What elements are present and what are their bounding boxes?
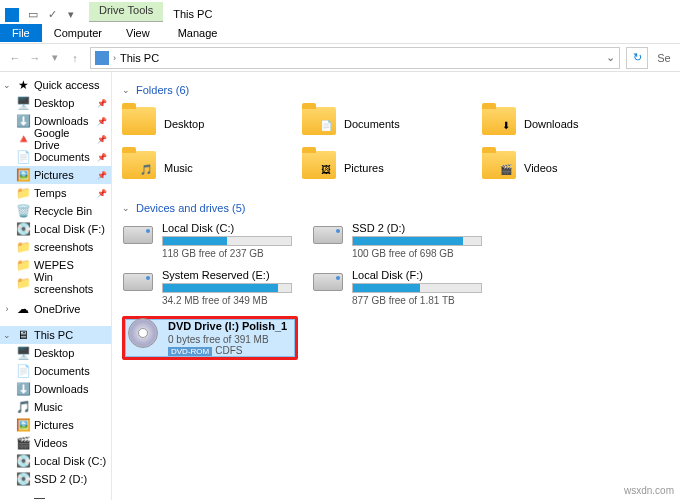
caret-down-icon[interactable]: ⌄	[2, 330, 12, 340]
tree-pc-item[interactable]: 🖼️Pictures	[0, 416, 111, 434]
tree-onedrive[interactable]: › ☁ OneDrive	[0, 300, 111, 318]
folder-tile[interactable]: 🎵Music	[122, 148, 282, 188]
folder-tiles: Desktop📄Documents⬇Downloads🎵Music🖼Pictur…	[122, 104, 670, 188]
watermark: wsxdn.com	[624, 485, 674, 496]
refresh-button[interactable]: ↻	[626, 47, 648, 69]
tree-pc-item[interactable]: ⬇️Downloads	[0, 380, 111, 398]
tree-label: Local Disk (F:)	[34, 223, 105, 235]
folder-name: Downloads	[524, 118, 578, 130]
tree-label: Pictures	[34, 419, 74, 431]
group-header-drives[interactable]: ⌄ Devices and drives (5)	[122, 202, 670, 214]
drive-tile-dvd[interactable]: DVD Drive (I:) Polish_1 0 bytes free of …	[125, 319, 295, 357]
folder-icon: 🖼	[302, 151, 336, 185]
cloud-icon: ☁	[16, 302, 30, 316]
tree-label: Recycle Bin	[34, 205, 92, 217]
ribbon-tab-computer[interactable]: Computer	[42, 24, 114, 42]
drive-tile[interactable]: System Reserved (E:) 34.2 MB free of 349…	[122, 269, 292, 306]
item-icon: 💽	[16, 472, 30, 486]
capacity-bar	[352, 236, 482, 246]
tree-label: This PC	[34, 329, 73, 341]
folder-icon: 🎬	[482, 151, 516, 185]
tree-pc-item[interactable]: 💽Local Disk (C:)	[0, 452, 111, 470]
tree-quick-item[interactable]: 📁screenshots	[0, 238, 111, 256]
capacity-bar	[162, 236, 292, 246]
item-icon: 🎵	[16, 400, 30, 414]
tree-quick-item[interactable]: 🖥️Desktop	[0, 94, 111, 112]
folder-name: Videos	[524, 162, 557, 174]
breadcrumb-location[interactable]: This PC	[120, 52, 159, 64]
caret-down-icon[interactable]: ⌄	[2, 80, 12, 90]
chevron-right-icon[interactable]: ›	[113, 53, 116, 63]
ribbon: File Computer View Manage	[0, 22, 680, 44]
folder-tile[interactable]: 🖼Pictures	[302, 148, 462, 188]
hard-disk-icon	[122, 269, 154, 295]
tree-quick-access[interactable]: ⌄ ★ Quick access	[0, 76, 111, 94]
item-icon: 🔺	[16, 132, 30, 146]
address-dropdown-icon[interactable]: ⌄	[606, 51, 615, 64]
tree-quick-item[interactable]: 📁Temps	[0, 184, 111, 202]
highlight-dvd-content: DVD Drive (I:) Polish_1 0 bytes free of …	[122, 316, 298, 360]
item-icon: 🗑️	[16, 204, 30, 218]
main-area: ⌄ ★ Quick access 🖥️Desktop⬇️Downloads🔺Go…	[0, 72, 680, 500]
tree-pc-item[interactable]: 🖥️Desktop	[0, 344, 111, 362]
item-icon: 📄	[16, 150, 30, 164]
caret-right-icon[interactable]: ›	[2, 304, 12, 314]
pc-icon: 🖥	[16, 328, 30, 342]
tree-quick-item[interactable]: 🖼️Pictures	[0, 166, 111, 184]
chevron-down-icon[interactable]: ⌄	[122, 203, 130, 213]
tree-quick-item[interactable]: 🔺Google Drive	[0, 130, 111, 148]
address-bar[interactable]: › This PC ⌄	[90, 47, 620, 69]
tree-quick-item[interactable]: 📄Documents	[0, 148, 111, 166]
tree-quick-item[interactable]: 🗑️Recycle Bin	[0, 202, 111, 220]
item-icon: 📁	[16, 186, 30, 200]
folder-icon: ⬇	[482, 107, 516, 141]
search-icon[interactable]: Se	[654, 47, 674, 69]
nav-up-icon[interactable]: ↑	[66, 49, 84, 67]
tree-pc-item[interactable]: —	[0, 488, 111, 500]
chevron-down-icon[interactable]: ⌄	[122, 85, 130, 95]
qat-properties-icon[interactable]: ▭	[25, 6, 41, 22]
item-icon: 🖥️	[16, 346, 30, 360]
tree-pc-item[interactable]: 📄Documents	[0, 362, 111, 380]
tree-label: Desktop	[34, 97, 74, 109]
tree-label: Videos	[34, 437, 67, 449]
folder-icon: 📄	[302, 107, 336, 141]
tree-pc-item[interactable]: 🎬Videos	[0, 434, 111, 452]
tree-quick-item[interactable]: 📁Win screenshots	[0, 274, 111, 292]
folder-tile[interactable]: 📄Documents	[302, 104, 462, 144]
disc-icon	[126, 320, 160, 346]
tree-label: Music	[34, 401, 63, 413]
item-icon: ⬇️	[16, 114, 30, 128]
navigation-pane: ⌄ ★ Quick access 🖥️Desktop⬇️Downloads🔺Go…	[0, 72, 112, 500]
group-header-folders[interactable]: ⌄ Folders (6)	[122, 84, 670, 96]
tree-label: Documents	[34, 151, 90, 163]
drive-tiles: Local Disk (C:) 118 GB free of 237 GB SS…	[122, 222, 670, 360]
folder-tile[interactable]: Desktop	[122, 104, 282, 144]
qat-new-folder-icon[interactable]: ✓	[44, 6, 60, 22]
contextual-tab-drive-tools[interactable]: Drive Tools	[89, 2, 163, 22]
nav-back-icon[interactable]: ←	[6, 49, 24, 67]
ribbon-tab-manage[interactable]: Manage	[166, 24, 230, 42]
folder-name: Documents	[344, 118, 400, 130]
drive-tile[interactable]: Local Disk (F:) 877 GB free of 1.81 TB	[312, 269, 482, 306]
tree-pc-item[interactable]: 🎵Music	[0, 398, 111, 416]
nav-history-icon[interactable]: ▾	[46, 49, 64, 67]
ribbon-tab-view[interactable]: View	[114, 24, 162, 42]
tree-quick-item[interactable]: 💽Local Disk (F:)	[0, 220, 111, 238]
folder-icon: 🎵	[122, 151, 156, 185]
item-icon	[16, 490, 30, 500]
folder-tile[interactable]: 🎬Videos	[482, 148, 642, 188]
folder-tile[interactable]: ⬇Downloads	[482, 104, 642, 144]
ribbon-tab-file[interactable]: File	[0, 24, 42, 42]
tree-this-pc[interactable]: ⌄ 🖥 This PC	[0, 326, 111, 344]
window-icon	[5, 8, 19, 22]
tree-pc-item[interactable]: 💽SSD 2 (D:)	[0, 470, 111, 488]
drive-tile[interactable]: SSD 2 (D:) 100 GB free of 698 GB	[312, 222, 482, 259]
item-icon: 📁	[16, 276, 30, 290]
drive-name: Local Disk (C:)	[162, 222, 292, 234]
nav-forward-icon[interactable]: →	[26, 49, 44, 67]
drive-free-text: 34.2 MB free of 349 MB	[162, 295, 292, 306]
drive-free-text: 118 GB free of 237 GB	[162, 248, 292, 259]
drive-tile[interactable]: Local Disk (C:) 118 GB free of 237 GB	[122, 222, 292, 259]
qat-dropdown-icon[interactable]: ▾	[63, 6, 79, 22]
